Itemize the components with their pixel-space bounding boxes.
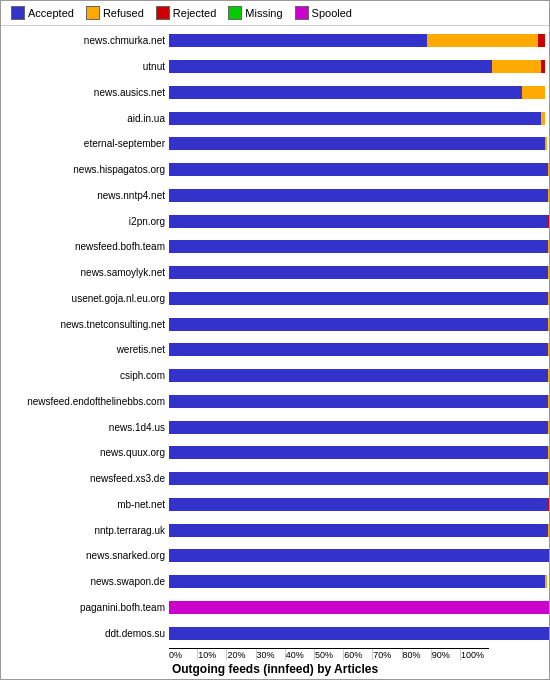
bar-segment-refused: [548, 318, 549, 331]
bar-segment-refused: [548, 292, 549, 305]
bar-row: news.1d4.us713911: [1, 419, 549, 436]
legend: AcceptedRefusedRejectedMissingSpooled: [1, 1, 549, 26]
bar-segment-rejected: [541, 60, 545, 73]
row-label: news.samoylyk.net: [1, 267, 169, 278]
bar-segment-refused: [545, 575, 547, 588]
row-label: news.snarked.org: [1, 550, 169, 561]
x-tick-6: 60%: [343, 649, 372, 660]
bar-segment-accepted: [169, 395, 548, 408]
row-label: paganini.bofh.team: [1, 602, 169, 613]
row-label: ddt.demos.su: [1, 628, 169, 639]
bar-row: newsfeed.bofh.team685712: [1, 238, 549, 255]
bar-row: news.swapon.de7313: [1, 573, 549, 590]
bar-segment-accepted: [169, 498, 548, 511]
row-label: newsfeed.xs3.de: [1, 473, 169, 484]
bar-row: news.ausics.net6179428: [1, 84, 549, 101]
x-tick-8: 80%: [402, 649, 431, 660]
bar-row: ddt.demos.su210: [1, 625, 549, 642]
legend-item-accepted: Accepted: [11, 6, 74, 20]
bar-segment-accepted: [169, 112, 541, 125]
bar-segment-rejected: [538, 34, 546, 47]
x-tick-2: 20%: [226, 649, 255, 660]
bar-segment-accepted: [169, 318, 548, 331]
bar-row: newsfeed.xs3.de720111: [1, 470, 549, 487]
x-axis-label: Outgoing feeds (innfeed) by Articles: [1, 660, 549, 679]
bar-row: news.hispagatos.org796114: [1, 161, 549, 178]
row-label: aid.in.ua: [1, 113, 169, 124]
bar-row: mb-net.net708410: [1, 496, 549, 513]
row-label: news.nntp4.net: [1, 190, 169, 201]
bar-segment-rejected: [548, 215, 549, 228]
row-label: csiph.com: [1, 370, 169, 381]
row-label: nntp.terrarag.uk: [1, 525, 169, 536]
x-tick-5: 50%: [314, 649, 343, 660]
bar-segment-refused: [541, 112, 545, 125]
bar-segment-accepted: [169, 34, 427, 47]
row-label: news.ausics.net: [1, 87, 169, 98]
bar-segment-accepted: [169, 215, 548, 228]
x-tick-4: 40%: [285, 649, 314, 660]
bar-segment-refused: [548, 343, 549, 356]
bar-row: i2pn.org705612: [1, 213, 549, 230]
bar-row: eternal-september508923: [1, 135, 549, 152]
bar-segment-accepted: [169, 266, 548, 279]
bar-segment-accepted: [169, 137, 545, 150]
bar-row: paganini.bofh.team99130: [1, 599, 549, 616]
bar-row: aid.in.ua724955: [1, 110, 549, 127]
bar-segment-refused: [548, 421, 549, 434]
x-tick-7: 70%: [372, 649, 401, 660]
x-tick-1: 10%: [197, 649, 226, 660]
bar-segment-accepted: [169, 86, 522, 99]
bar-row: usenet.goja.nl.eu.org680611: [1, 290, 549, 307]
bar-row: news.nntp4.net793712: [1, 187, 549, 204]
bar-segment-refused: [548, 446, 549, 459]
bar-segment-accepted: [169, 292, 548, 305]
bar-segment-refused: [548, 189, 549, 202]
bar-segment-accepted: [169, 549, 549, 562]
row-label: i2pn.org: [1, 216, 169, 227]
bar-row: utnut72491155: [1, 58, 549, 75]
bar-row: nntp.terrarag.uk317610: [1, 522, 549, 539]
bar-segment-refused: [548, 472, 549, 485]
bar-segment-accepted: [169, 369, 548, 382]
row-label: newsfeed.bofh.team: [1, 241, 169, 252]
bar-row: news.quux.org719711: [1, 444, 549, 461]
bar-row: news.chmurka.net70193103: [1, 32, 549, 49]
bar-row: news.snarked.org71958: [1, 547, 549, 564]
row-label: mb-net.net: [1, 499, 169, 510]
bar-segment-refused: [492, 60, 541, 73]
bar-segment-refused: [548, 240, 549, 253]
x-tick-0: 0%: [169, 649, 197, 660]
bar-segment-refused: [548, 524, 549, 537]
row-label: news.quux.org: [1, 447, 169, 458]
bar-segment-accepted: [169, 240, 548, 253]
x-tick-9: 90%: [431, 649, 460, 660]
legend-item-spooled: Spooled: [295, 6, 352, 20]
row-label: eternal-september: [1, 138, 169, 149]
bar-segment-accepted: [169, 446, 548, 459]
row-label: utnut: [1, 61, 169, 72]
row-label: news.1d4.us: [1, 422, 169, 433]
row-label: newsfeed.endofthelinebbs.com: [1, 396, 169, 407]
bar-row: csiph.com724011: [1, 367, 549, 384]
bar-segment-accepted: [169, 60, 492, 73]
row-label: news.hispagatos.org: [1, 164, 169, 175]
bar-segment-refused: [548, 395, 549, 408]
bar-segment-refused: [548, 266, 549, 279]
bar-segment-spooled: [169, 601, 549, 614]
row-label: usenet.goja.nl.eu.org: [1, 293, 169, 304]
bar-row: weretis.net479911: [1, 341, 549, 358]
legend-item-refused: Refused: [86, 6, 144, 20]
legend-item-rejected: Rejected: [156, 6, 216, 20]
bar-segment-refused: [545, 137, 547, 150]
row-label: weretis.net: [1, 344, 169, 355]
bar-row: newsfeed.endofthelinebbs.com686811: [1, 393, 549, 410]
bar-segment-accepted: [169, 343, 548, 356]
bar-segment-accepted: [169, 189, 548, 202]
row-label: news.tnetconsulting.net: [1, 319, 169, 330]
row-label: news.chmurka.net: [1, 35, 169, 46]
chart-container: AcceptedRefusedRejectedMissingSpooled ne…: [0, 0, 550, 680]
bar-segment-refused: [522, 86, 545, 99]
bar-row: news.tnetconsulting.net724911: [1, 316, 549, 333]
x-tick-10: 100%: [460, 649, 489, 660]
